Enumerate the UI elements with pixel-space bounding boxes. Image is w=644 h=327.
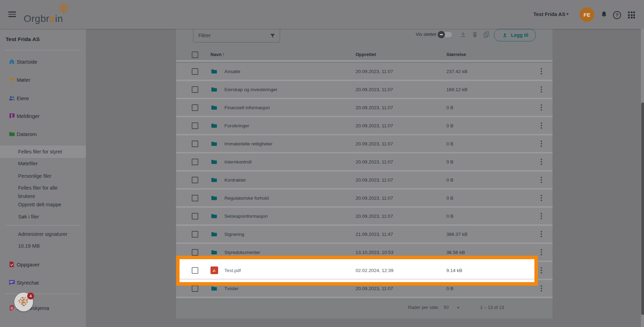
table-row[interactable]: Forsikringer 20.09.2023, 11:07 0 B: [176, 117, 552, 135]
table-row[interactable]: Immaterielle rettigheter 20.09.2023, 11:…: [176, 135, 552, 153]
file-name[interactable]: Tvister: [224, 286, 239, 291]
sidebar-item-moter[interactable]: Møter: [0, 73, 86, 86]
file-name[interactable]: Styredokumenter: [224, 250, 260, 255]
notifications-bell-icon[interactable]: [600, 11, 608, 18]
table-row[interactable]: Selskapsinformasjon 20.09.2023, 11:07 0 …: [176, 208, 552, 226]
row-menu-dots-icon[interactable]: [538, 104, 544, 111]
help-icon[interactable]: ?: [613, 11, 621, 19]
file-name[interactable]: Selskapsinformasjon: [224, 214, 268, 219]
table-row[interactable]: Internkontroll 20.09.2023, 11:07 0 B: [176, 153, 552, 172]
file-name[interactable]: Internkontroll: [224, 159, 252, 165]
trash-icon[interactable]: [471, 31, 479, 38]
sidebar-subitem-sok-i-filer[interactable]: Søk i filer: [0, 211, 86, 223]
top-bar: Orgbrain Test Frida AS ▾ FE ?: [0, 0, 644, 29]
avatar[interactable]: FE: [580, 7, 594, 22]
sidebar-item-oppgaver[interactable]: Oppgaver: [0, 258, 86, 271]
copy-icon[interactable]: [483, 31, 490, 38]
sidebar-subitem-motefiler[interactable]: Møtefiler: [0, 158, 86, 169]
sort-asc-icon[interactable]: ↑: [222, 51, 225, 57]
row-menu-dots-icon[interactable]: [538, 285, 544, 292]
table-row[interactable]: Ansatte 20.09.2023, 11:07 237.42 kB: [176, 63, 552, 81]
sidebar-item-startside[interactable]: Startside: [0, 55, 86, 68]
row-menu-dots-icon[interactable]: [538, 86, 544, 93]
row-menu-dots-icon[interactable]: [538, 213, 544, 220]
notification-count-badge: 4: [27, 293, 34, 300]
sidebar-subitem-personlige-filer[interactable]: Personlige filer: [0, 170, 86, 182]
filter-input[interactable]: Filtrer: [193, 29, 280, 42]
row-menu-dots-icon[interactable]: [538, 122, 544, 129]
table-row[interactable]: Eierskap og investeringer 20.09.2023, 11…: [176, 81, 552, 99]
next-page-icon[interactable]: ›: [532, 302, 535, 311]
sidebar-subitem-felles-filer-styret[interactable]: Felles filer for styret: [0, 145, 86, 158]
file-created: 20.09.2023, 11:07: [356, 286, 393, 291]
row-menu-dots-icon[interactable]: [538, 267, 544, 274]
sidebar-subitem-opprett-delt-mappe[interactable]: Opprett delt mappe: [0, 199, 86, 210]
row-checkbox[interactable]: [192, 249, 198, 256]
row-checkbox[interactable]: [192, 177, 198, 183]
file-size: 169.12 kB: [446, 87, 468, 92]
select-all-checkbox[interactable]: [192, 51, 198, 58]
sidebar-item-datarom[interactable]: Datarom: [0, 128, 86, 140]
file-name[interactable]: Test.pdf: [224, 268, 241, 273]
folder-icon: [8, 130, 15, 137]
column-header-storrelse[interactable]: Størrelse: [446, 52, 466, 57]
pagination-range: 1 – 13 of 13: [480, 305, 504, 310]
apps-grid-icon[interactable]: [628, 11, 636, 19]
file-name[interactable]: Finansiell informasjon: [224, 105, 270, 110]
row-checkbox[interactable]: [192, 159, 198, 165]
row-checkbox[interactable]: [192, 285, 198, 292]
previous-page-icon[interactable]: ‹: [519, 302, 522, 311]
column-header-opprettet[interactable]: Opprettet: [356, 52, 376, 57]
rows-per-page-caret-icon[interactable]: ▾: [457, 305, 459, 310]
file-name[interactable]: Signering: [224, 232, 244, 237]
row-menu-dots-icon[interactable]: [538, 140, 544, 147]
row-checkbox[interactable]: [192, 86, 198, 93]
file-name[interactable]: Regulatoriske forhold: [224, 196, 269, 201]
org-selector[interactable]: Test Frida AS: [533, 11, 565, 17]
file-name[interactable]: Ansatte: [224, 69, 240, 74]
row-checkbox[interactable]: [192, 122, 198, 129]
row-checkbox[interactable]: [192, 195, 198, 201]
folder-icon: [210, 231, 217, 238]
scrollbar-thumb[interactable]: [641, 103, 644, 315]
column-header-navn[interactable]: Navn: [210, 52, 222, 57]
folder-icon: [210, 249, 217, 256]
file-name[interactable]: Immaterielle rettigheter: [224, 141, 272, 146]
row-checkbox[interactable]: [192, 68, 198, 75]
row-menu-dots-icon[interactable]: [538, 249, 544, 256]
divider: [180, 279, 534, 280]
rows-per-page-select[interactable]: 50: [444, 305, 448, 310]
file-size: 0 B: [446, 286, 453, 291]
table-row[interactable]: Signering 21.09.2023, 11:47 366.37 kB: [176, 226, 552, 244]
table-row[interactable]: Regulatoriske forhold 20.09.2023, 11:07 …: [176, 190, 552, 208]
row-menu-dots-icon[interactable]: [538, 68, 544, 75]
row-checkbox[interactable]: [192, 213, 198, 220]
sidebar-item-eiere[interactable]: Eiere: [0, 92, 86, 104]
add-button[interactable]: Legg til: [494, 29, 536, 41]
sidebar-item-styrechat[interactable]: Styrechat: [0, 276, 86, 289]
table-row[interactable]: Kontrakter 20.09.2023, 11:07 0 B: [176, 172, 552, 190]
file-name[interactable]: Forsikringer: [224, 123, 249, 128]
scrollbar-track[interactable]: [641, 29, 644, 327]
row-menu-dots-icon[interactable]: [538, 176, 544, 183]
row-checkbox[interactable]: [192, 141, 198, 147]
sidebar-item-sporreskjema[interactable]: Spørreskjema: [0, 302, 86, 314]
row-menu-dots-icon[interactable]: [538, 194, 544, 201]
divider: [176, 60, 552, 62]
row-checkbox[interactable]: [192, 231, 198, 238]
row-menu-dots-icon[interactable]: [538, 158, 544, 165]
folder-icon: [210, 104, 217, 111]
table-row[interactable]: Finansiell informasjon 20.09.2023, 11:07…: [176, 99, 552, 117]
table-row-highlighted[interactable]: Test.pdf 02.02.2024, 12:39 9.14 kB: [180, 262, 534, 279]
row-checkbox[interactable]: [192, 267, 198, 274]
row-menu-dots-icon[interactable]: [538, 231, 544, 238]
file-name[interactable]: Eierskap og investeringer: [224, 87, 277, 92]
download-icon[interactable]: [459, 31, 467, 38]
row-checkbox[interactable]: [192, 104, 198, 111]
file-name[interactable]: Kontrakter: [224, 177, 246, 183]
sidebar-item-meldinger[interactable]: Meldinger: [0, 110, 86, 122]
sidebar-item-administrer-signaturer[interactable]: Administrer signaturer: [0, 228, 86, 240]
menu-icon[interactable]: [8, 11, 16, 17]
org-selector-caret-icon[interactable]: ▾: [566, 11, 569, 16]
show-deleted-toggle[interactable]: [439, 32, 452, 37]
